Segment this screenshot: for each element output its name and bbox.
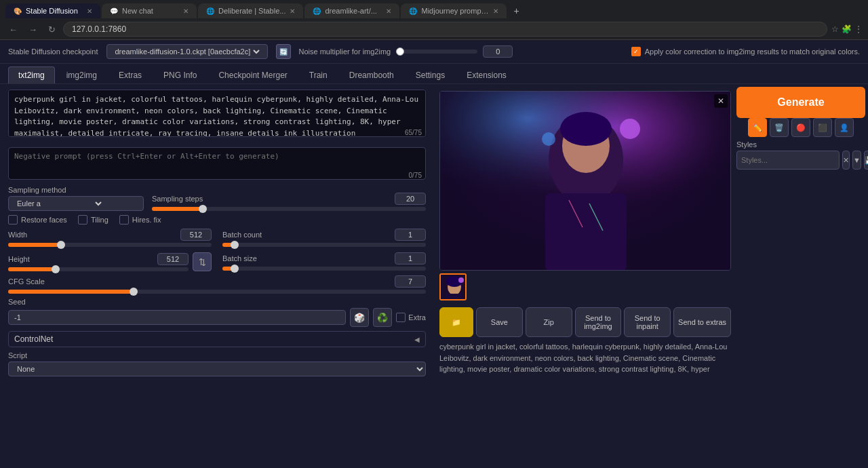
batch-count-header: Batch count 1 — [222, 229, 426, 241]
restore-faces-checkbox[interactable] — [8, 215, 18, 225]
tab-dreamlike[interactable]: 🌐 dreamlike-art/... ✕ — [304, 3, 399, 18]
tab-dreambooth[interactable]: Dreambooth — [339, 66, 404, 83]
folder-button[interactable]: 📁 — [439, 307, 473, 337]
sampling-method-dropdown[interactable]: Euler a — [9, 197, 104, 210]
tab-midjourney[interactable]: 🌐 Midjourney prompt... ✕ — [401, 3, 507, 18]
noise-slider-thumb[interactable] — [396, 47, 404, 56]
checkpoint-dropdown[interactable]: dreamlike-diffusion-1.0.ckpt [0aecbcfa2c… — [113, 47, 262, 56]
tab-label-2: New chat — [122, 7, 153, 15]
height-input[interactable]: 512 — [157, 253, 189, 265]
send-to-img2img-button[interactable]: Send toimg2img — [575, 307, 622, 337]
width-group: Width 512 — [8, 229, 212, 247]
width-input[interactable]: 512 — [180, 229, 212, 241]
dimension-batch-grid: Width 512 Batch count 1 — [8, 229, 426, 271]
script-dropdown[interactable]: None — [9, 362, 425, 376]
batch-count-thumb[interactable] — [231, 241, 239, 249]
width-thumb[interactable] — [57, 241, 65, 249]
noise-slider-wrap — [396, 50, 477, 54]
svg-rect-15 — [446, 294, 462, 300]
address-input[interactable] — [63, 22, 827, 37]
sampling-steps-slider[interactable] — [152, 207, 426, 211]
send-to-extras-button[interactable]: Send to extras — [673, 307, 731, 337]
reload-button[interactable]: ↻ — [45, 23, 59, 36]
noise-section: Noise multiplier for img2img 0 — [299, 45, 623, 58]
batch-size-thumb[interactable] — [231, 265, 239, 273]
tab-close-btn-3[interactable]: ✕ — [290, 7, 295, 15]
tab-close-btn-4[interactable]: ✕ — [386, 7, 391, 15]
extra-check[interactable]: Extra — [396, 313, 426, 322]
sampling-steps-input[interactable]: 20 — [395, 193, 426, 205]
tab-deliberate[interactable]: 🌐 Deliberate | Stable... ✕ — [198, 3, 303, 18]
noise-slider-track[interactable] — [396, 50, 477, 54]
height-fill — [8, 267, 54, 271]
sampling-method-group: Sampling method Euler a — [8, 186, 144, 211]
tab-pnginfo[interactable]: PNG Info — [153, 66, 207, 83]
restore-faces-check[interactable]: Restore faces — [8, 215, 67, 225]
batch-count-input[interactable]: 1 — [395, 229, 426, 241]
height-thumb[interactable] — [52, 265, 60, 273]
tab-img2img[interactable]: img2img — [56, 66, 107, 83]
tab-stable-diffusion[interactable]: 🎨 Stable Diffusion ✕ — [5, 3, 100, 18]
extensions-icon[interactable]: 🧩 — [842, 24, 852, 34]
negative-prompt-input[interactable] — [8, 147, 426, 180]
restore-faces-label: Restore faces — [21, 216, 67, 224]
batch-count-group: Batch count 1 — [222, 229, 426, 247]
color-correction-check[interactable]: ✓ Apply color correction to img2img resu… — [631, 47, 860, 56]
tab-settings[interactable]: Settings — [406, 66, 455, 83]
tab-close-btn[interactable]: ✕ — [87, 7, 92, 15]
sampling-method-select-wrap[interactable]: Euler a — [8, 196, 144, 211]
batch-size-input[interactable]: 1 — [395, 252, 426, 265]
height-slider[interactable] — [8, 267, 189, 271]
cfg-scale-input[interactable]: 7 — [395, 275, 426, 288]
tab-close-btn-2[interactable]: ✕ — [183, 7, 189, 15]
seed-dice-button[interactable]: 🎲 — [350, 308, 369, 327]
thumbnail-strip — [439, 273, 863, 300]
zip-button[interactable]: Zip — [526, 307, 572, 337]
back-button[interactable]: ← — [5, 23, 21, 36]
batch-size-slider[interactable] — [222, 267, 426, 271]
tab-extras[interactable]: Extras — [108, 66, 152, 83]
main-tabs: txt2img img2img Extras PNG Info Checkpoi… — [0, 64, 868, 84]
svg-rect-11 — [440, 92, 731, 271]
send-to-inpaint-button[interactable]: Send toinpaint — [624, 307, 671, 337]
forward-button[interactable]: → — [25, 23, 41, 36]
tab-close-btn-5[interactable]: ✕ — [493, 7, 498, 15]
hires-fix-checkbox[interactable] — [119, 215, 129, 225]
batch-count-slider[interactable] — [222, 243, 426, 247]
extra-checkbox[interactable] — [396, 313, 406, 322]
tab-extensions[interactable]: Extensions — [456, 66, 517, 83]
controlnet-section[interactable]: ControlNet ◀ — [8, 331, 426, 347]
positive-prompt-input[interactable]: cyberpunk girl in jacket, colorful tatto… — [8, 90, 426, 137]
color-correction-checkbox[interactable]: ✓ — [631, 47, 641, 56]
checkpoint-refresh-icon[interactable]: 🔄 — [276, 44, 291, 59]
swap-dimensions-button[interactable]: ⇅ — [193, 252, 212, 271]
tab-txt2img[interactable]: txt2img — [8, 66, 55, 83]
image-close-button[interactable]: ✕ — [714, 94, 728, 108]
seed-label: Seed — [8, 298, 426, 306]
styles-save-button[interactable]: 💾 — [864, 151, 868, 170]
noise-value-input[interactable]: 0 — [483, 45, 513, 58]
browser-chrome: 🎨 Stable Diffusion ✕ 💬 New chat ✕ 🌐 Deli… — [0, 0, 868, 40]
cfg-scale-slider[interactable] — [8, 290, 426, 294]
cfg-scale-thumb[interactable] — [130, 288, 138, 296]
seed-input[interactable]: -1 — [8, 310, 346, 325]
hires-fix-check[interactable]: Hires. fix — [119, 215, 161, 225]
tab-train[interactable]: Train — [299, 66, 338, 83]
menu-icon[interactable]: ⋮ — [854, 24, 863, 34]
sampling-steps-thumb[interactable] — [199, 205, 207, 213]
tab-checkpoint-merger[interactable]: Checkpoint Merger — [208, 66, 297, 83]
width-slider[interactable] — [8, 243, 212, 247]
thumbnail-item[interactable] — [439, 273, 467, 300]
new-tab-button[interactable]: + — [508, 3, 524, 19]
tiling-checkbox[interactable] — [78, 215, 87, 225]
batch-size-group: Batch size 1 — [222, 252, 426, 271]
checkpoint-select[interactable]: dreamlike-diffusion-1.0.ckpt [0aecbcfa2c… — [106, 44, 268, 59]
hires-fix-label: Hires. fix — [132, 216, 161, 224]
bookmark-icon[interactable]: ☆ — [831, 24, 839, 34]
tab-new-chat[interactable]: 💬 New chat ✕ — [102, 3, 197, 18]
tiling-check[interactable]: Tiling — [78, 215, 108, 225]
save-button[interactable]: Save — [476, 307, 523, 337]
seed-recycle-button[interactable]: ♻️ — [373, 308, 392, 327]
script-select-wrap[interactable]: None — [8, 362, 426, 376]
tab-icon-5: 🌐 — [409, 7, 417, 15]
